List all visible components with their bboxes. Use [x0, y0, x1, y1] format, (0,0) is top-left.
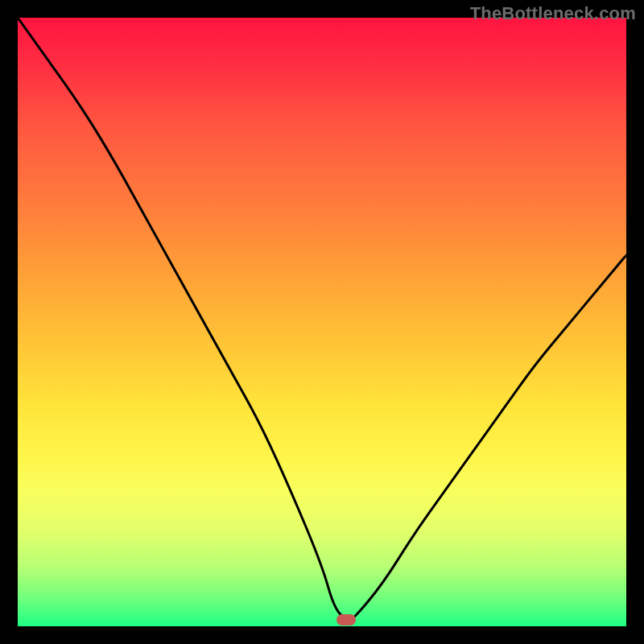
chart-frame: TheBottleneck.com [0, 0, 644, 644]
optimum-marker [336, 614, 356, 625]
watermark-text: TheBottleneck.com [470, 3, 636, 24]
plot-area [18, 18, 626, 626]
bottleneck-curve [18, 18, 626, 620]
curve-layer [18, 18, 626, 626]
